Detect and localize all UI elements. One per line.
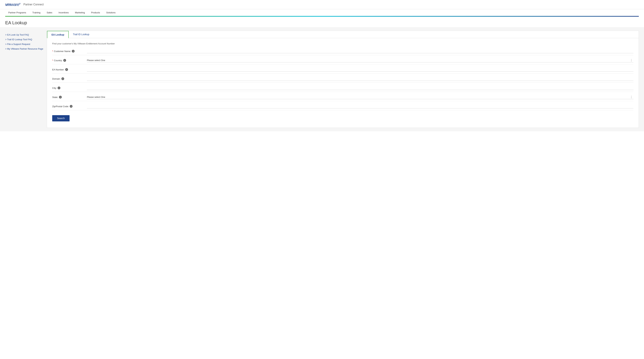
right-panel: EA Lookup Trail ID Lookup Find your cust… — [47, 31, 639, 128]
sidebar: EA Look Up Tool FAQ Trail ID Lookup Tool… — [5, 31, 43, 128]
zip-info-icon[interactable]: i — [70, 105, 72, 108]
ea-number-input[interactable] — [87, 68, 634, 72]
country-label-text: Country: — [54, 59, 62, 62]
state-info-icon[interactable]: i — [59, 96, 62, 98]
country-select-wrapper: Please select One ⋮ — [87, 58, 634, 62]
vmware-logo: vmware® — [5, 2, 20, 7]
nav-bar: Partner Programs Training Sales Incentiv… — [0, 9, 644, 17]
nav-items: Partner Programs Training Sales Incentiv… — [5, 9, 639, 16]
nav-item-partner-programs[interactable]: Partner Programs — [5, 9, 29, 16]
tabs: EA Lookup Trail ID Lookup — [47, 31, 638, 38]
nav-item-incentives[interactable]: Incentives — [56, 9, 72, 16]
nav-item-solutions[interactable]: Solutions — [103, 9, 119, 16]
customer-name-label-text: Customer Name: — [54, 50, 71, 52]
search-button[interactable]: Search — [52, 115, 70, 122]
country-select[interactable]: Please select One — [87, 58, 634, 62]
form-content: Find your customer's My VMware Entitleme… — [47, 38, 638, 126]
nav-item-sales[interactable]: Sales — [44, 9, 56, 16]
partner-connect-label: Partner Connect — [24, 3, 44, 6]
main-content: EA Look Up Tool FAQ Trail ID Lookup Tool… — [0, 27, 644, 131]
header: vmware® Partner Connect — [0, 0, 644, 9]
city-label: City: i — [52, 86, 87, 89]
form-row-zip: Zip/Postal Code: i — [52, 104, 634, 110]
nav-item-training[interactable]: Training — [29, 9, 44, 16]
page-title-area: EA Lookup — [0, 17, 644, 27]
customer-name-input[interactable] — [87, 49, 634, 53]
domain-input[interactable] — [87, 77, 634, 81]
sidebar-link-partner-resource[interactable]: My VMware Partner Resource Page — [5, 46, 43, 51]
state-select[interactable]: Please select One — [87, 95, 634, 99]
form-row-state: State: i Please select One ⋮ — [52, 95, 634, 101]
tab-ea-lookup[interactable]: EA Lookup — [47, 31, 69, 38]
sidebar-link-support[interactable]: File a Support Request — [5, 42, 43, 46]
state-label: State: i — [52, 96, 87, 98]
ea-number-label-text: EA Number: — [52, 68, 64, 71]
required-asterisk: * — [52, 50, 53, 52]
domain-label: Domain: i — [52, 77, 87, 80]
logo-area: vmware® Partner Connect — [5, 2, 44, 7]
zip-label: Zip/Postal Code: i — [52, 105, 87, 108]
country-info-icon[interactable]: i — [63, 59, 66, 62]
form-description: Find your customer's My VMware Entitleme… — [52, 42, 634, 45]
nav-item-marketing[interactable]: Marketing — [72, 9, 88, 16]
ea-number-info-icon[interactable]: i — [65, 68, 68, 71]
country-label: * Country: i — [52, 59, 87, 62]
sidebar-link-ea-faq[interactable]: EA Look Up Tool FAQ — [5, 32, 43, 37]
city-input[interactable] — [87, 86, 634, 90]
ea-number-label: EA Number: i — [52, 68, 87, 71]
form-row-country: * Country: i Please select One ⋮ — [52, 58, 634, 64]
page-title: EA Lookup — [5, 20, 639, 26]
form-row-customer-name: * Customer Name: i — [52, 49, 634, 55]
city-info-icon[interactable]: i — [58, 86, 60, 89]
city-label-text: City: — [52, 87, 57, 89]
domain-label-text: Domain: — [52, 78, 60, 80]
state-label-text: State: — [52, 96, 58, 98]
domain-info-icon[interactable]: i — [62, 77, 64, 80]
customer-name-info-icon[interactable]: i — [72, 50, 74, 52]
zip-label-text: Zip/Postal Code: — [52, 105, 69, 108]
customer-name-label: * Customer Name: i — [52, 50, 87, 52]
tab-trail-id-lookup[interactable]: Trail ID Lookup — [69, 31, 93, 38]
sidebar-link-trail-faq[interactable]: Trail ID Lookup Tool FAQ — [5, 37, 43, 42]
required-asterisk-country: * — [52, 59, 53, 62]
state-select-wrapper: Please select One ⋮ — [87, 95, 634, 99]
form-row-ea-number: EA Number: i — [52, 68, 634, 74]
form-row-domain: Domain: i — [52, 77, 634, 83]
nav-item-products[interactable]: Products — [88, 9, 103, 16]
zip-input[interactable] — [87, 104, 634, 108]
form-row-city: City: i — [52, 86, 634, 92]
